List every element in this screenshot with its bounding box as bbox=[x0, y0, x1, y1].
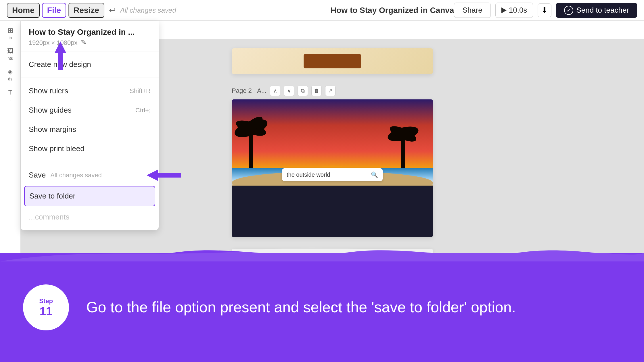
page1-element bbox=[304, 54, 361, 68]
document-title: How to Stay Organized in Canva bbox=[331, 6, 454, 15]
sidebar-item-brand[interactable]: ◈ ds bbox=[2, 67, 18, 83]
search-magnifier-icon: 🔍 bbox=[371, 171, 378, 178]
nav-file-button[interactable]: File bbox=[42, 3, 66, 18]
send-to-teacher-button[interactable]: ✓ Send to teacher bbox=[556, 3, 637, 18]
arrow-up-annotation bbox=[52, 41, 69, 71]
save-label: Save bbox=[29, 171, 46, 180]
play-icon bbox=[501, 7, 507, 13]
uploads-icon: 🖼 bbox=[7, 47, 14, 55]
save-to-folder-label: Save to folder bbox=[29, 192, 75, 201]
show-guides-label: Show guides bbox=[29, 106, 72, 115]
save-status: All changes saved bbox=[50, 172, 102, 179]
search-overlay[interactable]: the outside world 🔍 bbox=[282, 168, 383, 181]
export-page-button[interactable]: ↗ bbox=[325, 86, 336, 96]
arrow-left-annotation bbox=[147, 167, 181, 185]
nav-home-button[interactable]: Home bbox=[7, 3, 40, 18]
sidebar-text-label: t bbox=[10, 97, 11, 102]
sidebar-elements-label: ts bbox=[9, 36, 12, 40]
elements-icon: ⊞ bbox=[7, 26, 13, 34]
page2-content: the outside world 🔍 bbox=[232, 99, 433, 237]
sidebar-item-uploads[interactable]: 🖼 nts bbox=[2, 46, 18, 62]
delete-page-button[interactable]: 🗑 bbox=[311, 86, 322, 96]
page2-label-row: Page 2 - A... ∧ ∨ ⧉ 🗑 ↗ bbox=[232, 86, 433, 96]
play-button[interactable]: 10.0s bbox=[495, 3, 533, 18]
svg-marker-0 bbox=[55, 41, 66, 53]
page2-label: Page 2 - A... bbox=[232, 87, 267, 95]
nav-actions: Share 10.0s ⬇ ✓ Send to teacher bbox=[454, 3, 637, 18]
svg-rect-3 bbox=[158, 173, 181, 178]
page-up-button[interactable]: ∧ bbox=[270, 86, 280, 96]
show-rulers-label: Show rulers bbox=[29, 86, 68, 95]
text-icon: T bbox=[8, 89, 12, 96]
autosave-status: All changes saved bbox=[120, 6, 331, 14]
undo-icon[interactable]: ↩ bbox=[109, 5, 116, 15]
comments-item[interactable]: ...comments bbox=[21, 207, 159, 227]
send-teacher-label: Send to teacher bbox=[576, 6, 629, 15]
step-number: 11 bbox=[40, 305, 53, 318]
file-title: How to Stay Organized in ... bbox=[29, 28, 151, 37]
svg-rect-1 bbox=[58, 53, 63, 70]
brand-icon: ◈ bbox=[8, 68, 13, 76]
nav-resize-button[interactable]: Resize bbox=[68, 3, 104, 18]
show-print-bleed-label: Show print bleed bbox=[29, 144, 85, 153]
show-rulers-shortcut: Shift+R bbox=[130, 87, 151, 95]
divider-1 bbox=[21, 51, 159, 51]
top-navigation: Home File Resize ↩ All changes saved How… bbox=[0, 0, 644, 21]
save-row[interactable]: Save All changes saved bbox=[21, 165, 159, 185]
show-rulers-item[interactable]: Show rulers Shift+R bbox=[21, 81, 159, 101]
file-dropdown-header: How to Stay Organized in ... 1920px × 10… bbox=[21, 24, 159, 48]
share-button[interactable]: Share bbox=[454, 3, 490, 18]
comments-label: ...comments bbox=[29, 213, 70, 222]
sidebar-item-elements[interactable]: ⊞ ts bbox=[2, 25, 18, 41]
edit-pencil-icon[interactable]: ✎ bbox=[81, 38, 87, 46]
show-guides-shortcut: Ctrl+; bbox=[135, 107, 151, 114]
show-print-bleed-item[interactable]: Show print bleed bbox=[21, 139, 159, 158]
download-icon: ⬇ bbox=[541, 6, 548, 15]
page2-canvas[interactable]: the outside world 🔍 bbox=[232, 99, 433, 237]
show-margins-label: Show margins bbox=[29, 125, 76, 134]
divider-2 bbox=[21, 78, 159, 78]
copy-page-button[interactable]: ⧉ bbox=[298, 86, 308, 96]
download-button[interactable]: ⬇ bbox=[538, 3, 551, 17]
save-to-folder-item[interactable]: Save to folder bbox=[24, 186, 155, 206]
create-new-design-item[interactable]: Create new design bbox=[21, 55, 159, 74]
page-down-button[interactable]: ∨ bbox=[284, 86, 294, 96]
instruction-area: Step 11 Go to the file option present an… bbox=[0, 253, 644, 362]
wave-top-svg bbox=[0, 244, 644, 261]
step-label: Step bbox=[39, 297, 53, 305]
page2-wrapper: Page 2 - A... ∧ ∨ ⧉ 🗑 ↗ bbox=[232, 86, 433, 237]
step-circle: Step 11 bbox=[23, 284, 69, 330]
sidebar-uploads-label: nts bbox=[7, 56, 13, 61]
step-instruction-text: Go to the file option present and select… bbox=[86, 298, 516, 317]
play-duration: 10.0s bbox=[509, 6, 527, 15]
search-text: the outside world bbox=[287, 172, 330, 178]
instruction-content: Step 11 Go to the file option present an… bbox=[0, 253, 644, 362]
show-margins-item[interactable]: Show margins bbox=[21, 120, 159, 139]
sidebar-brand-label: ds bbox=[8, 77, 12, 81]
divider-3 bbox=[21, 162, 159, 162]
file-dropdown-menu: How to Stay Organized in ... 1920px × 10… bbox=[21, 21, 159, 230]
page1-canvas bbox=[232, 48, 433, 74]
checkmark-circle-icon: ✓ bbox=[564, 6, 573, 15]
svg-marker-2 bbox=[147, 170, 158, 181]
sidebar-item-text[interactable]: T t bbox=[2, 87, 18, 103]
page1-wrapper bbox=[232, 48, 433, 74]
show-guides-item[interactable]: Show guides Ctrl+; bbox=[21, 101, 159, 120]
